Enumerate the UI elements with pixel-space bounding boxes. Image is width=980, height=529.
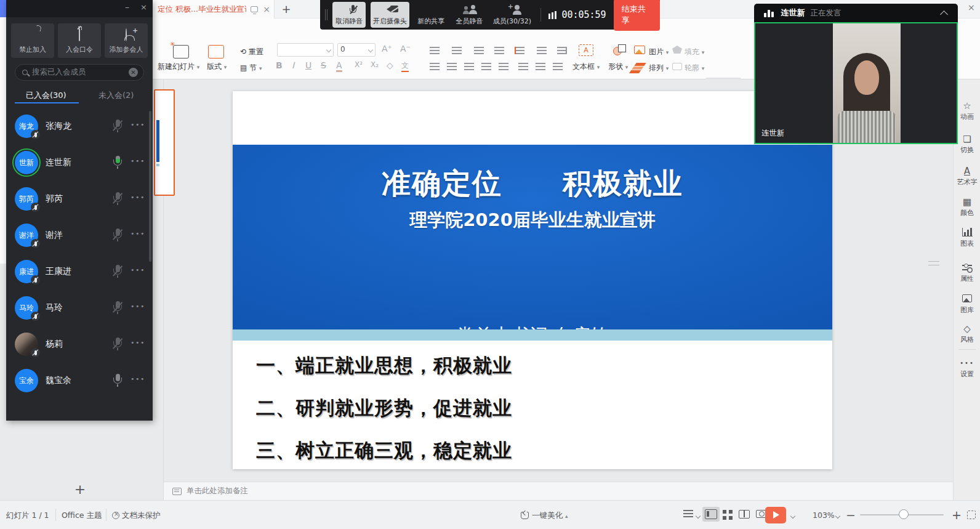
chevron-down-icon[interactable] [696,514,701,519]
align-right-icon[interactable] [464,63,474,70]
superscript-button[interactable]: X² [355,60,363,69]
drag-handle[interactable] [325,9,327,20]
picture-icon[interactable] [634,46,645,54]
clear-search-icon[interactable]: ✕ [129,68,138,77]
tab-joined[interactable]: 已入会(30) [26,90,66,101]
picture-button[interactable]: 图片 ▾ [649,47,669,57]
more-options-button[interactable]: ••• [131,121,145,129]
chevron-down-icon[interactable] [790,514,795,519]
participant-row[interactable]: 杨莉 杨莉 ••• [6,326,153,363]
outline-icon[interactable] [672,63,682,70]
grow-font-button[interactable]: A⁺ [382,44,392,54]
play-slideshow-button[interactable] [765,507,786,523]
notes-bar[interactable]: 单击此处添加备注 [164,482,953,500]
mic-icon[interactable] [112,337,123,351]
scrollbar[interactable] [149,111,151,262]
participant-row[interactable]: 谢洋 谢洋 ••• [6,217,153,254]
bullet-list-icon[interactable] [430,47,440,54]
mic-icon[interactable] [112,156,123,169]
scrollbar-grip[interactable] [928,261,939,265]
align-left-icon[interactable] [430,63,440,70]
mic-icon[interactable] [112,119,123,133]
text-direction-icon[interactable] [515,47,524,54]
fill-button[interactable]: 填充 ▾ [685,47,704,57]
mic-icon[interactable] [112,265,123,278]
sidebar-item-colors[interactable]: ▦ 颜色 [954,196,980,217]
unmute-button[interactable]: 取消静音 [332,2,366,28]
subscript-button[interactable]: X₂ [371,60,379,69]
camera-on-button[interactable]: 开启摄像头 [371,2,409,28]
italic-button[interactable]: I [292,60,294,70]
forbid-join-button[interactable]: 禁止加入 [11,23,54,58]
participant-row[interactable]: 郭芮 郭芮 ••• [6,181,153,217]
increase-indent-icon[interactable] [494,47,504,54]
slide-sorter-button[interactable] [723,510,733,520]
sidebar-item-wordart[interactable]: A 艺术字 [954,166,980,187]
font-name-combo[interactable] [277,43,334,57]
sidebar-item-style[interactable]: ◇ 风格 [954,323,980,344]
search-input[interactable]: 搜索已入会成员 ✕ [15,64,144,81]
line-spacing-icon[interactable] [553,63,563,70]
textbox-icon[interactable]: A [579,44,593,56]
layout-icon[interactable] [208,45,224,59]
slide-canvas[interactable]: 准确定位 积极就业 理学院2020届毕业生就业宣讲 党总支书记 白启钧 2020… [233,91,832,469]
font-size-combo[interactable]: 0 [337,43,376,57]
zoom-slider-thumb[interactable] [899,509,909,519]
theme-label[interactable]: Office 主题 [62,511,102,521]
add-slide-button[interactable]: + [73,482,87,497]
mic-icon[interactable] [112,301,123,315]
align-text-icon[interactable] [557,47,567,54]
section-button[interactable]: ▤ 节 ▾ [240,63,262,73]
beautify-button[interactable]: 一键美化 ▴ [521,511,568,521]
video-panel-header[interactable]: 连世新 正在发言 [754,4,958,22]
video-panel[interactable]: 连世新 正在发言 连世新 [754,4,958,144]
fill-icon[interactable] [672,46,682,54]
numbered-list-icon[interactable] [452,47,462,54]
zoom-out-button[interactable]: − [846,508,856,522]
minimize-button[interactable]: – [125,2,129,12]
chevron-down-icon[interactable] [835,514,840,519]
sidebar-item-chart[interactable]: 图表 [954,227,980,248]
mic-icon[interactable] [112,192,123,206]
underline-button[interactable]: U [305,60,311,70]
members-button[interactable]: 成员(30/32) [491,2,533,28]
protection-status[interactable]: 文档未保护 [112,511,161,521]
document-tab[interactable]: 定位 积极...毕业生就业宣讲 × [151,0,275,18]
strike-button[interactable]: S [321,60,326,70]
textbox-button[interactable]: 文本框 ▾ [572,62,600,72]
reading-view-button[interactable] [739,510,750,519]
more-options-button[interactable]: ••• [131,157,145,165]
sidebar-item-settings[interactable]: ••• 设置 [954,358,980,379]
more-options-button[interactable]: ••• [131,193,145,201]
collapse-chevron-icon[interactable] [940,10,948,18]
phonetic-button[interactable]: 文 [401,60,409,72]
justify-icon[interactable] [481,63,491,70]
more-options-button[interactable]: ••• [131,375,145,383]
columns-icon[interactable] [537,47,547,54]
new-tab-button[interactable]: + [278,1,294,17]
distribute-icon[interactable] [499,63,508,70]
mic-icon[interactable] [112,228,123,242]
align-center-icon[interactable] [447,63,457,70]
add-participant-button[interactable]: 添加参会人 [105,23,148,58]
close-button[interactable]: × [140,2,147,12]
bold-button[interactable]: B [276,60,283,70]
outline-view-button[interactable] [683,510,693,517]
participant-row[interactable]: 康进 王康进 ••• [6,254,153,290]
participant-row[interactable]: 马玲 马玲 ••• [6,290,153,326]
arrange-icon[interactable] [634,63,646,66]
zoom-level[interactable]: 103% [813,511,835,520]
line-spacing-up-icon[interactable] [518,63,528,70]
clear-format-button[interactable]: ◇ [387,60,393,70]
fit-window-button[interactable] [967,511,976,519]
window-close-button[interactable]: × [968,2,975,12]
shapes-icon[interactable] [613,47,622,55]
participant-row[interactable]: 世新 连世新 ••• [6,145,153,181]
new-slide-icon[interactable] [173,45,189,59]
shrink-font-button[interactable]: A⁻ [400,44,411,54]
layout-button[interactable]: 版式 ▾ [207,62,227,72]
participant-row[interactable]: 宝余 魏宝余 ••• [6,363,153,399]
participant-row[interactable]: 海龙 张海龙 ••• [6,108,153,145]
more-options-button[interactable]: ••• [131,230,145,238]
sidebar-item-gallery[interactable]: 图库 [954,294,980,315]
